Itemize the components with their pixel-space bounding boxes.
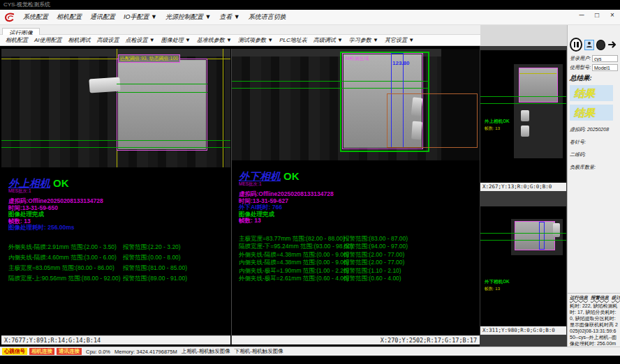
control-panel: 登录用户: cys 使用型号: Model1 总结果: 结果 结果 虚拟码: 2… xyxy=(567,25,620,356)
side-camera-frames: 帧数: 13 xyxy=(485,126,500,132)
log-tab[interactable]: 报警信息 xyxy=(591,295,609,301)
menu-item[interactable]: 系统配置 xyxy=(23,13,48,22)
right-pixel-coordinates: X:270;Y:2502;R:17;G:17;B:17 xyxy=(232,335,480,344)
side-header-strip: 画面显示区 拼接画面·检测画面 xyxy=(480,25,567,46)
toolbar-item[interactable]: 图像处理 ▼ xyxy=(161,36,191,44)
measurement-row: 外侧夹线-隔膜:2.91mm 范围:(2.00 - 3.50)报警范围:(2.2… xyxy=(8,242,230,252)
right-overlay-text: 外下相机OK MES批次:1 虚拟码:Offline20250208133134… xyxy=(232,160,480,335)
tab-strip: 运行图像 xyxy=(0,25,480,35)
side-view-top[interactable]: 外上相机OK 帧数: 13 xyxy=(480,50,566,183)
machine-top-band xyxy=(1,49,230,56)
upper-camera-trigger: 上相机-相机触发图像 xyxy=(182,348,230,355)
exit-button[interactable] xyxy=(607,40,618,50)
menu-item[interactable]: 相机配置 xyxy=(57,13,82,22)
measurement-row: 隔膜宽度-下=95.24mm 范围:(93.00 - 98.00)报警范围:(9… xyxy=(239,243,480,251)
baseline-vertical-2 xyxy=(223,49,223,167)
close-button[interactable]: × xyxy=(607,11,617,19)
left-overlay-text: 外上相机OK MES批次:1 虚拟码:Offline20250208133134… xyxy=(1,167,230,335)
log-tabs: 运行信息报警信息统计信息 xyxy=(570,295,618,301)
toolbar-item[interactable]: PLC地址表 xyxy=(279,36,307,44)
total-result-label: 总结果: xyxy=(570,74,618,83)
model-row: 使用型号: Model1 xyxy=(570,64,618,71)
left-camera-image[interactable]: 匹配阈值:93, 动态阈值:100 xyxy=(1,49,230,167)
threshold-label: 匹配阈值:93, 动态阈值:100 xyxy=(118,54,180,63)
panel-field: 卷针号: xyxy=(570,139,618,146)
panel-field: 二维码: xyxy=(570,151,618,158)
exit-arrow-icon xyxy=(608,40,618,49)
measure-line xyxy=(117,92,207,93)
roi-box xyxy=(515,221,555,250)
window-title: CYS-视觉检测系统 xyxy=(3,1,50,8)
side-bottom-coordinates: X:311;Y:980;R:0;G:0;B:0 xyxy=(480,326,566,335)
ai-measure-value: 123.80 xyxy=(392,60,409,66)
measurement-row: 外侧夹线-隔膜=4.38mm 范围:(0.00 - 9.00)报警范围:(2.0… xyxy=(239,251,480,259)
toolbar-item[interactable]: 相机调试 xyxy=(68,36,91,44)
user-login-button[interactable] xyxy=(584,40,593,50)
measure-line xyxy=(1,147,230,148)
toolbar-item[interactable]: 点检设置 ▼ xyxy=(126,36,155,44)
toolbar-item[interactable]: 测试项参数 ▼ xyxy=(238,36,273,44)
toolbar-item[interactable]: 学习参数 ▼ xyxy=(349,36,378,44)
menu-item[interactable]: IO手配置 ▼ xyxy=(124,13,157,22)
measurement-row: 外侧夹线-极耳=2.61mm 范围:(0.60 - 4.00)报警范围:(0.6… xyxy=(239,275,480,283)
login-user-label: 登录用户: xyxy=(570,55,591,62)
side-view-bottom[interactable]: 外下相机OK 帧数: 13 xyxy=(480,206,566,326)
log-tab[interactable]: 统计信息 xyxy=(612,295,620,301)
status-ok: OK xyxy=(283,170,300,182)
toolbar-item[interactable]: 高级调试 ▼ xyxy=(313,36,343,44)
pause-button[interactable] xyxy=(570,38,582,52)
minimize-button[interactable]: ─ xyxy=(577,11,586,19)
model-value[interactable]: Model1 xyxy=(592,64,618,71)
measure-line xyxy=(480,233,566,234)
toolbar-item[interactable]: 相机配置 xyxy=(6,36,28,44)
toolbar-item[interactable]: AI使用配置 xyxy=(34,36,62,44)
window-controls: ─ □ × xyxy=(577,11,617,19)
measure-line xyxy=(480,103,566,104)
side-camera-status: 外上相机OK xyxy=(485,119,510,125)
status-badge: 通讯连接 xyxy=(57,348,82,355)
metal-tab xyxy=(411,97,423,116)
metal-tab xyxy=(553,223,560,237)
tab-region-box xyxy=(387,93,478,148)
login-user-row: 登录用户: cys xyxy=(570,55,618,62)
info-lines: 虚拟码:Offline20250208133134728时间:13-31-59-… xyxy=(239,191,480,225)
measurement-row: 隔膜宽度-上:90.56mm 范围:(88.00 - 92.00)报警范围:(8… xyxy=(8,273,230,284)
measure-line xyxy=(1,140,230,141)
camera-title: 外上相机 xyxy=(8,177,50,189)
tab-connector xyxy=(89,77,120,93)
menu-bar: 系统配置相机配置通讯配置IO手配置 ▼光源控制配置 ▼查看 ▼系统语言切换 xyxy=(0,10,620,25)
status-badge: 相机连接 xyxy=(29,348,54,355)
toolbar-item[interactable]: 基准线参数 ▼ xyxy=(197,36,232,44)
camera-title: 外下相机 xyxy=(239,170,281,182)
menu-item[interactable]: 通讯配置 xyxy=(90,13,115,22)
panel-field: 负极库数量: xyxy=(570,164,618,171)
measure-line xyxy=(480,96,566,97)
app-logo-icon xyxy=(4,12,15,23)
menu-item[interactable]: 系统语言切换 xyxy=(249,13,286,22)
measurement-list: 外侧夹线-隔膜:2.91mm 范围:(2.00 - 3.50)报警范围:(2.2… xyxy=(8,242,230,284)
result-display-top: 结果 xyxy=(570,85,613,101)
menu-item[interactable]: 查看 ▼ xyxy=(219,13,239,22)
measure-line xyxy=(117,84,207,84)
toolbar-item[interactable]: 高级设置 xyxy=(97,36,119,44)
toolbar-item[interactable]: 其它设置 ▼ xyxy=(385,36,414,44)
maximize-button[interactable]: □ xyxy=(592,11,602,19)
info-line: 图像处理完成 xyxy=(8,211,230,218)
tiny-baseline xyxy=(519,73,556,74)
side-camera-status: 外下相机OK xyxy=(485,279,510,285)
toolbar: 相机配置AI使用配置相机调试高级设置点检设置 ▼图像处理 ▼基准线参数 ▼测试项… xyxy=(0,35,480,46)
login-user-value[interactable]: cys xyxy=(592,55,618,62)
menu-item[interactable]: 光源控制配置 ▼ xyxy=(165,13,211,22)
cpu-usage: Cpu: 0.0% xyxy=(86,349,110,355)
panel-icon-row xyxy=(570,38,618,52)
app-window: CYS-视觉检测系统 系统配置相机配置通讯配置IO手配置 ▼光源控制配置 ▼查看… xyxy=(0,0,620,364)
measurement-row: 主极宽度=83.77mm 范围:(82.00 - 88.00)报警范围:(83.… xyxy=(239,235,480,243)
log-tab[interactable]: 运行信息 xyxy=(570,295,588,301)
panel-field: 虚拟码: 20250208 xyxy=(570,126,618,133)
status-ok: OK xyxy=(53,177,69,189)
right-camera-view: AI检测区域 123.80 外下相机OK MES批次:1 虚拟码:Offline… xyxy=(231,49,480,344)
result-display-bottom: 结果 xyxy=(570,105,613,121)
right-camera-image[interactable]: AI检测区域 123.80 xyxy=(232,49,480,160)
camera-lens-button[interactable] xyxy=(596,40,605,50)
side-view-column: 外上相机OK 帧数: 13 X:267;Y:13;R:0;G:0;B:0 外下相… xyxy=(480,46,567,347)
